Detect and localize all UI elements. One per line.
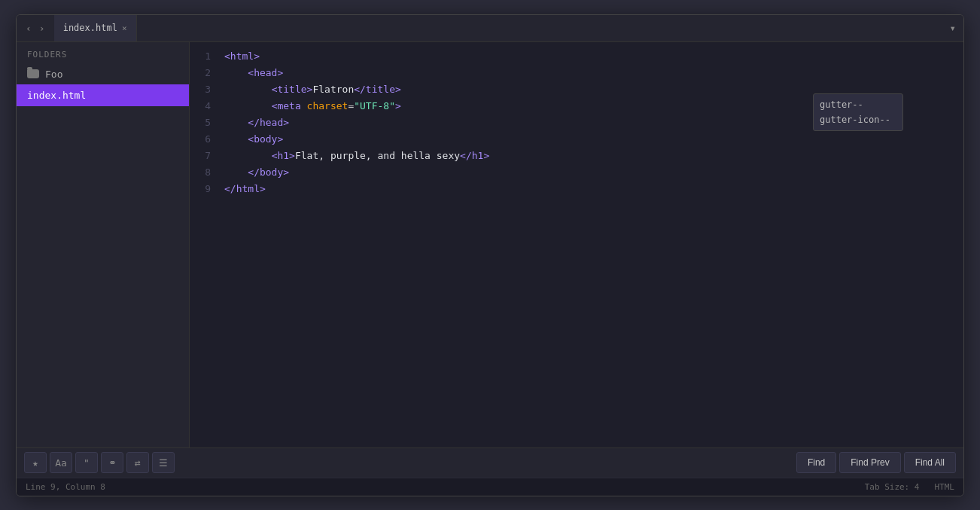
quote-button[interactable]: "	[75, 452, 98, 473]
status-bar-right: Tab Size: 4 HTML	[865, 482, 954, 492]
eq-icon: ⇄	[135, 457, 141, 469]
navigation-arrows: ‹ ›	[17, 21, 54, 35]
back-arrow[interactable]: ‹	[23, 21, 35, 35]
main-area: FOLDERS Foo index.html 1 2 3 4 5 6 7	[17, 42, 963, 447]
list-icon: ☰	[159, 457, 168, 469]
language-label: HTML	[935, 482, 955, 492]
sidebar-file-index[interactable]: index.html	[17, 84, 189, 106]
code-line-2: <head>	[224, 65, 956, 81]
link-icon: ⚭	[108, 457, 117, 469]
code-line-7: <h1>Flat, purple, and hella sexy</h1>	[224, 148, 956, 164]
editor-window: ‹ › index.html × ▾ FOLDERS Foo index.htm…	[16, 14, 964, 496]
forward-arrow[interactable]: ›	[36, 21, 48, 35]
link-button[interactable]: ⚭	[101, 452, 123, 473]
autocomplete-popup: gutter-- gutter-icon--	[813, 93, 903, 131]
find-prev-button[interactable]: Find Prev	[839, 452, 900, 473]
sidebar-folder-foo[interactable]: Foo	[17, 64, 189, 84]
line-num: 2	[196, 65, 211, 81]
bottom-toolbar: ★ Aa " ⚭ ⇄ ☰ Find Find Prev Find All	[17, 447, 963, 478]
titlebar: ‹ › index.html × ▾	[17, 15, 963, 42]
eq-button[interactable]: ⇄	[126, 452, 149, 473]
cursor-position: Line 9, Column 8	[26, 482, 105, 492]
sidebar: FOLDERS Foo index.html	[17, 42, 190, 447]
folder-icon	[27, 69, 39, 78]
aa-icon: Aa	[55, 457, 67, 469]
code-line-6: <body>	[224, 131, 956, 148]
code-line-1: <html>	[224, 48, 956, 65]
find-button[interactable]: Find	[796, 452, 836, 473]
file-tab[interactable]: index.html ×	[54, 14, 137, 41]
file-name: index.html	[27, 90, 86, 101]
line-num: 4	[196, 98, 211, 115]
editor-area: 1 2 3 4 5 6 7 8 9 <html> <head> <title>F…	[190, 42, 963, 447]
star-icon: ★	[32, 457, 38, 469]
status-bar: Line 9, Column 8 Tab Size: 4 HTML	[17, 478, 963, 496]
line-num: 7	[196, 148, 211, 164]
find-all-button[interactable]: Find All	[904, 452, 956, 473]
line-num: 5	[196, 115, 211, 131]
line-num: 3	[196, 81, 211, 98]
quote-icon: "	[84, 457, 90, 469]
line-num: 9	[196, 181, 211, 197]
tab-size-label: Tab Size: 4	[865, 482, 920, 492]
tab-label: index.html	[63, 23, 117, 33]
star-button[interactable]: ★	[24, 452, 47, 473]
line-num: 8	[196, 164, 211, 181]
tab-close-icon[interactable]: ×	[122, 23, 127, 33]
folders-label: FOLDERS	[17, 42, 189, 64]
code-line-8: </body>	[224, 164, 956, 181]
autocomplete-item[interactable]: gutter--	[814, 97, 902, 112]
line-num: 1	[196, 48, 211, 65]
autocomplete-item[interactable]: gutter-icon--	[814, 112, 902, 127]
aa-button[interactable]: Aa	[50, 452, 72, 473]
folder-name: Foo	[45, 69, 62, 80]
line-num: 6	[196, 131, 211, 148]
list-button[interactable]: ☰	[152, 452, 175, 473]
code-line-9: </html>	[224, 181, 956, 197]
line-numbers: 1 2 3 4 5 6 7 8 9	[190, 48, 217, 441]
titlebar-dropdown-icon[interactable]: ▾	[942, 22, 963, 34]
